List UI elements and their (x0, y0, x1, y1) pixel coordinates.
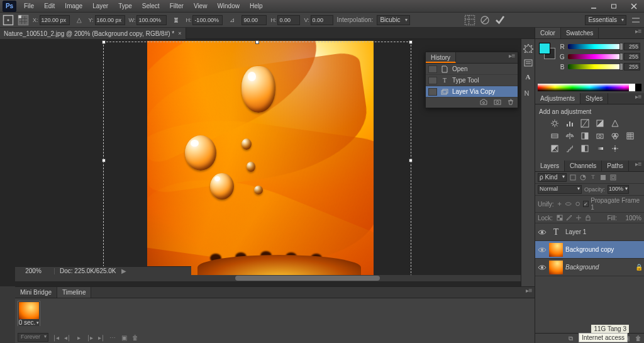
menu-window[interactable]: Window (212, 0, 245, 13)
tab-swatches[interactable]: Swatches (561, 28, 599, 38)
interpolation-select[interactable]: Bicubic (377, 15, 409, 25)
unify-style-icon[interactable] (574, 200, 581, 208)
layer-row[interactable]: TLayer 1 (535, 223, 644, 241)
lock-position-icon[interactable] (575, 214, 582, 222)
filter-shape-icon[interactable] (599, 174, 607, 181)
tab-channels[interactable]: Channels (565, 160, 602, 171)
w-input[interactable] (136, 15, 167, 25)
r-slider[interactable] (568, 44, 621, 49)
menu-file[interactable]: File (19, 0, 39, 13)
transform-handle[interactable] (102, 40, 106, 44)
history-camera-icon[interactable] (494, 99, 501, 106)
menu-select[interactable]: Select (137, 0, 165, 13)
bw-icon[interactable] (580, 132, 589, 140)
filter-smart-icon[interactable] (609, 174, 617, 181)
transform-tool-icon[interactable] (3, 15, 14, 25)
vibrance-icon[interactable] (611, 119, 619, 128)
dock-icon[interactable] (523, 43, 533, 53)
menu-filter[interactable]: Filter (165, 0, 189, 13)
tween-icon[interactable]: ⋯ (109, 334, 116, 341)
menu-view[interactable]: View (189, 0, 213, 13)
invert-icon[interactable] (550, 144, 559, 153)
lock-transparent-icon[interactable] (556, 214, 564, 222)
dock-icon[interactable] (523, 58, 533, 68)
menu-help[interactable]: Help (245, 0, 268, 13)
skew-h-input[interactable] (277, 15, 300, 25)
delete-layer-icon[interactable]: 🗑 (635, 335, 641, 342)
last-frame-icon[interactable]: ▸∣ (97, 334, 105, 341)
b-slider[interactable] (568, 64, 621, 69)
menu-image[interactable]: Image (60, 0, 87, 13)
first-frame-icon[interactable]: ∣◂ (52, 334, 60, 341)
panel-menu-icon[interactable]: ▸≡ (523, 287, 535, 298)
minimize-button[interactable] (584, 1, 604, 12)
tab-styles[interactable]: Styles (580, 93, 608, 104)
tab-mini-bridge[interactable]: Mini Bridge (15, 287, 57, 298)
exposure-icon[interactable] (596, 119, 604, 128)
visibility-icon[interactable] (538, 245, 547, 254)
close-button[interactable] (624, 1, 644, 12)
angle-input[interactable] (242, 15, 267, 25)
tab-history[interactable]: History (426, 52, 456, 63)
timeline-frame[interactable]: 0 sec.▾ (18, 301, 40, 326)
visibility-icon[interactable] (538, 228, 547, 237)
filter-type-icon[interactable]: T (589, 174, 597, 181)
link-layers-icon[interactable]: ⧉ (569, 335, 573, 342)
next-frame-icon[interactable]: ∣▸ (86, 334, 94, 341)
g-slider[interactable] (568, 54, 621, 59)
delta-icon[interactable]: △ (74, 15, 85, 25)
color-swatch[interactable] (539, 43, 555, 59)
y-input[interactable] (95, 15, 125, 25)
selective-color-icon[interactable] (611, 144, 619, 153)
history-item[interactable]: TType Tool (426, 75, 518, 86)
lookup-icon[interactable] (626, 132, 635, 140)
zoom-value[interactable]: 200% (18, 267, 49, 274)
lock-all-icon[interactable] (584, 214, 592, 222)
history-item[interactable]: Open (426, 64, 518, 75)
cancel-transform-icon[interactable] (479, 15, 491, 25)
skew-v-input[interactable] (311, 15, 333, 25)
layer-row[interactable]: Background🔒 (535, 259, 644, 276)
threshold-icon[interactable] (580, 144, 589, 153)
unify-position-icon[interactable] (556, 200, 563, 208)
panel-menu-icon[interactable]: ▸≡ (633, 160, 644, 171)
workspace-select[interactable]: Essentials (585, 15, 626, 25)
blend-mode-select[interactable]: Normal (538, 185, 582, 194)
unify-visibility-icon[interactable] (565, 200, 572, 208)
b-value[interactable]: 255 (624, 63, 640, 70)
brightness-icon[interactable] (550, 119, 559, 128)
search-icon[interactable] (630, 15, 641, 25)
reference-point-icon[interactable] (18, 15, 29, 25)
tab-layers[interactable]: Layers (535, 160, 565, 171)
tab-color[interactable]: Color (535, 28, 561, 38)
curves-icon[interactable] (580, 119, 589, 128)
horizontal-scrollbar[interactable] (15, 275, 535, 281)
transform-bounds[interactable] (103, 42, 411, 275)
layer-kind-select[interactable]: ρ Kind (538, 173, 567, 182)
menu-layer[interactable]: Layer (87, 0, 113, 13)
restore-button[interactable] (604, 1, 624, 12)
history-item[interactable]: Layer Via Copy (426, 86, 518, 98)
menu-type[interactable]: Type (113, 0, 137, 13)
transform-handle[interactable] (102, 159, 106, 162)
loop-select[interactable]: Forever (18, 333, 48, 342)
x-input[interactable] (40, 15, 70, 25)
transform-handle[interactable] (255, 40, 259, 44)
levels-icon[interactable] (565, 119, 574, 128)
commit-transform-icon[interactable] (494, 15, 506, 25)
history-snapshot-icon[interactable] (480, 99, 487, 106)
color-ramp[interactable] (538, 84, 641, 91)
h-input[interactable] (192, 15, 223, 25)
dock-icon[interactable] (523, 88, 533, 98)
propagate-checkbox[interactable]: ✓ (583, 201, 589, 207)
transform-handle[interactable] (409, 40, 413, 44)
tab-paths[interactable]: Paths (602, 160, 629, 171)
posterize-icon[interactable] (565, 144, 574, 153)
hue-icon[interactable] (550, 132, 559, 140)
fill-input[interactable]: 100% (625, 215, 641, 222)
document-tab[interactable]: Nature_100510_2.jpg @ 200% (Background c… (0, 28, 186, 39)
link-icon[interactable] (170, 15, 182, 25)
lock-pixels-icon[interactable] (565, 214, 573, 222)
panel-menu-icon[interactable]: ▸≡ (506, 52, 518, 63)
dock-icon[interactable]: A (523, 73, 533, 83)
